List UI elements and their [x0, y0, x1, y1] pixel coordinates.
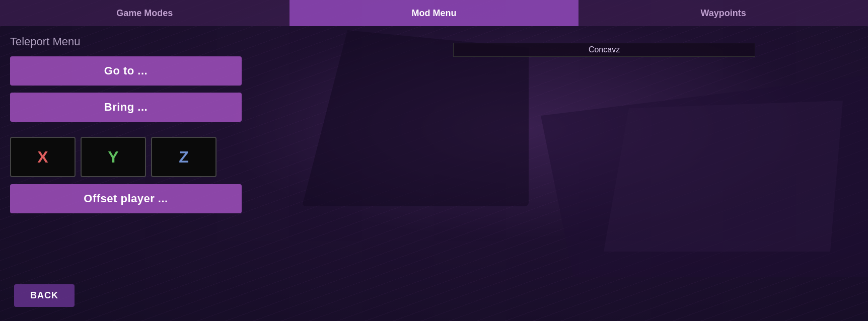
bg-shape-3 — [591, 101, 843, 252]
coord-buttons: X Y Z — [10, 137, 262, 177]
tab-mod-menu[interactable]: Mod Menu — [290, 0, 579, 26]
tab-waypoints[interactable]: Waypoints — [578, 0, 868, 26]
tab-game-modes[interactable]: Game Modes — [0, 0, 290, 26]
bring-button[interactable]: Bring ... — [10, 93, 242, 122]
offset-player-button[interactable]: Offset player ... — [10, 184, 242, 213]
player-bar: Concavz — [453, 43, 755, 57]
teleport-menu-title: Teleport Menu — [10, 35, 262, 48]
top-nav: Game Modes Mod Menu Waypoints — [0, 0, 868, 26]
z-coord-button[interactable]: Z — [151, 137, 216, 177]
goto-button[interactable]: Go to ... — [10, 56, 242, 86]
teleport-menu-panel: Teleport Menu Go to ... Bring ... X Y Z … — [0, 26, 272, 321]
x-coord-button[interactable]: X — [10, 137, 76, 177]
y-coord-button[interactable]: Y — [81, 137, 146, 177]
back-button[interactable]: BACK — [14, 284, 75, 307]
player-name: Concavz — [589, 45, 620, 54]
